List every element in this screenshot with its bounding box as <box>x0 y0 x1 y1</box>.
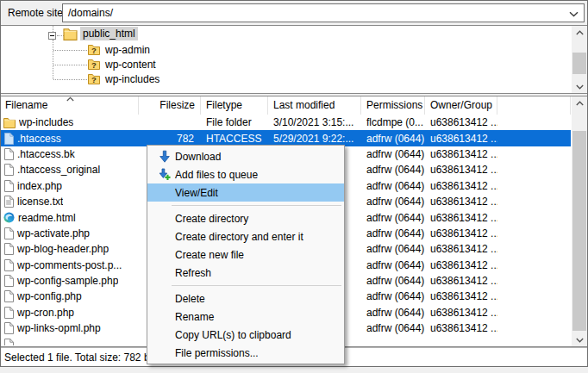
menu-separator <box>172 205 341 206</box>
scroll-down-icon[interactable] <box>572 333 587 346</box>
filename-text: wp-config-sample.php <box>17 275 118 287</box>
menu-item-add-files-to-queue[interactable]: Add files to queue <box>147 165 344 183</box>
menu-item-create-new-file[interactable]: Create new file <box>147 246 344 264</box>
menu-item-label: Create directory and enter it <box>175 231 303 243</box>
modified-cell: 5/29/2021 9:22:... <box>268 133 361 145</box>
filename-text: wp-comments-post.p... <box>17 259 122 271</box>
filetype-cell: HTACCESS <box>201 133 268 145</box>
permissions-cell: adfrw (0644) <box>361 259 425 271</box>
menu-item-create-directory[interactable]: Create directory <box>147 209 344 227</box>
tree-item-public-html[interactable]: public_html <box>80 27 138 40</box>
sort-ascending-icon <box>66 96 74 102</box>
file-icon <box>3 290 14 302</box>
column-header-filetype[interactable]: Filetype <box>201 96 268 115</box>
menu-item-copy-url-s-to-clipboard[interactable]: Copy URL(s) to clipboard <box>147 326 344 344</box>
menu-item-label: File permissions... <box>175 347 259 359</box>
owner-cell: u638613412 ... <box>425 259 497 271</box>
tree-scrollbar[interactable] <box>572 26 587 93</box>
filename-cell: readme.html <box>1 212 139 224</box>
tree-connector <box>53 65 87 65</box>
file-icon <box>3 322 14 334</box>
owner-cell: u638613412 ... <box>425 212 497 224</box>
menu-item-download[interactable]: Download <box>147 147 344 165</box>
menu-item-file-permissions[interactable]: File permissions... <box>147 344 344 362</box>
tree-item-wp-admin[interactable]: wp-admin <box>103 43 153 57</box>
permissions-cell: adfrw (0644) <box>361 243 425 255</box>
filename-text: wp-blog-header.php <box>17 243 109 255</box>
owner-cell: u638613412 ... <box>425 180 497 192</box>
column-header-owner[interactable]: Owner/Group <box>425 96 497 115</box>
svg-text:?: ? <box>91 60 97 70</box>
file-icon <box>3 180 14 192</box>
filesize-cell: 782 <box>139 133 201 145</box>
filename-text: index.php <box>17 180 62 192</box>
scroll-up-icon[interactable] <box>572 96 587 109</box>
menu-item-label: Copy URL(s) to clipboard <box>175 329 291 341</box>
filename-cell: license.txt <box>1 196 139 208</box>
tree-item-wp-content[interactable]: wp-content <box>103 58 159 71</box>
permissions-cell: adfrw (0644) <box>361 227 425 239</box>
permissions-cell: adfrw (0644) <box>361 307 425 319</box>
file-icon <box>3 339 14 345</box>
file-icon <box>3 227 14 239</box>
chevron-down-icon[interactable] <box>569 11 579 17</box>
filename-cell: wp-activate.php <box>1 227 139 239</box>
filename-text: wp-config.php <box>17 290 82 302</box>
owner-cell: u638613412 ... <box>425 322 497 334</box>
filename-cell: index.php <box>1 180 139 192</box>
menu-item-label: Add files to queue <box>175 169 258 181</box>
remote-site-label: Remote site: <box>8 7 66 19</box>
permissions-cell: adfrw (0644) <box>361 290 425 302</box>
list-scrollbar[interactable] <box>572 96 587 346</box>
scroll-down-icon[interactable] <box>572 80 587 93</box>
menu-item-label: Download <box>175 151 221 163</box>
scroll-up-icon[interactable] <box>572 26 587 39</box>
menu-item-label: View/Edit <box>175 187 218 199</box>
owner-cell: u638613412 ... <box>425 133 497 145</box>
filename-cell: wp-config.php <box>1 290 139 302</box>
permissions-cell: adfrw (0644) <box>361 322 425 334</box>
remote-site-combobox[interactable]: /domains/ <box>62 3 585 22</box>
filename-cell: .htaccess.bk <box>1 148 139 160</box>
owner-cell: u638613412 ... <box>425 290 497 302</box>
owner-cell: u638613412 ... <box>425 243 497 255</box>
file-list-header: Filename Filesize Filetype Last modified… <box>1 96 571 115</box>
menu-item-view-edit[interactable]: View/Edit <box>147 183 344 202</box>
file-icon <box>3 275 14 287</box>
filename-text: license.txt <box>17 196 63 208</box>
menu-item-refresh[interactable]: Refresh <box>147 264 344 282</box>
column-header-filesize[interactable]: Filesize <box>139 96 201 115</box>
filename-text: .htaccess.bk <box>17 148 75 160</box>
permissions-cell: adfrw (0644) <box>361 196 425 208</box>
filename-cell: wp-cron.php <box>1 307 139 319</box>
unknown-folder-icon: ? <box>88 73 100 84</box>
column-header-permissions[interactable]: Permissions <box>361 96 425 115</box>
owner-cell: u638613412 ... <box>425 164 497 176</box>
column-header-modified[interactable]: Last modified <box>268 96 361 115</box>
tree-item-wp-includes[interactable]: wp-includes <box>103 72 162 86</box>
svg-text:?: ? <box>91 46 97 55</box>
filezilla-remote-pane: Remote site: /domains/ public_html?wp-ad… <box>0 0 588 373</box>
permissions-cell: adfrw (0644) <box>361 275 425 287</box>
column-header-filler <box>497 96 571 115</box>
menu-item-create-directory-and-enter-it[interactable]: Create directory and enter it <box>147 227 344 246</box>
file-icon <box>3 259 14 271</box>
list-scrollbar-thumb[interactable] <box>572 131 586 331</box>
owner-cell: u638613412 ... <box>425 307 497 319</box>
menu-item-delete[interactable]: Delete <box>147 289 344 308</box>
folder-icon <box>3 117 16 128</box>
add-queue-icon <box>153 168 175 182</box>
file-icon <box>3 243 14 255</box>
filename-cell <box>1 339 139 345</box>
permissions-cell: flcdmpe (0... <box>361 116 425 128</box>
menu-item-label: Delete <box>175 293 205 305</box>
directory-tree: public_html?wp-admin?wp-content?wp-inclu… <box>1 26 571 93</box>
status-text: Selected 1 file. Total size: 782 b <box>4 351 150 364</box>
folder-icon <box>63 28 78 40</box>
menu-item-rename[interactable]: Rename <box>147 308 344 326</box>
file-row[interactable]: wp-includesFile folder3/10/2021 3:15:...… <box>1 115 571 130</box>
tree-collapse-toggle[interactable] <box>48 32 56 40</box>
svg-text:?: ? <box>91 75 97 84</box>
tree-scrollbar-thumb[interactable] <box>572 53 586 74</box>
tree-connector <box>53 26 53 32</box>
